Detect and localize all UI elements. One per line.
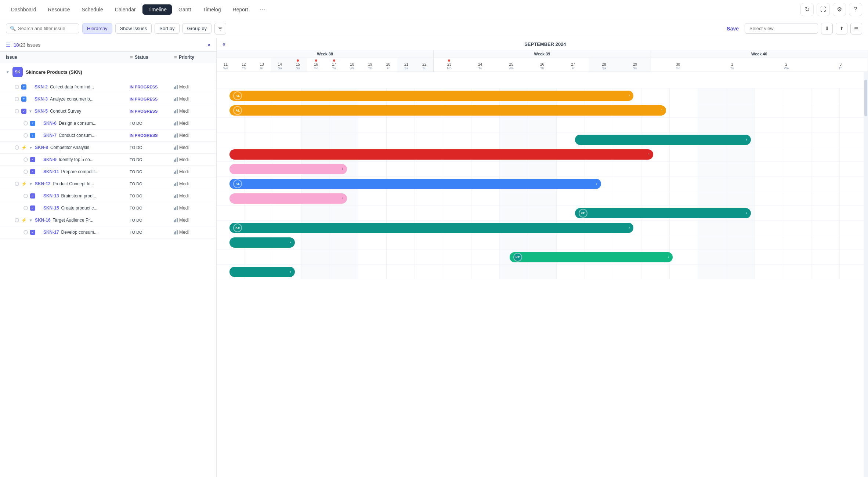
check-icon: ✓ xyxy=(30,157,35,162)
priority-bars xyxy=(174,85,178,89)
issue-id[interactable]: SKN-11 xyxy=(43,169,59,174)
gantt-prev-arrow[interactable]: « xyxy=(223,41,225,47)
gantt-bar[interactable]: KE› xyxy=(229,223,633,233)
priority-bars xyxy=(174,182,178,186)
issue-id[interactable]: SKN-17 xyxy=(43,230,59,235)
download-icon[interactable]: ⬇ xyxy=(821,23,833,34)
gantt-bar[interactable]: › xyxy=(229,267,294,277)
save-button[interactable]: Save xyxy=(724,26,742,32)
nav-more-button[interactable]: ⋯ xyxy=(256,4,269,15)
issue-id[interactable]: SKN-5 xyxy=(35,109,48,114)
chevron-icon[interactable]: ▼ xyxy=(29,109,32,113)
nav-gantt[interactable]: Gantt xyxy=(173,4,196,15)
issue-title: Prepare competit... xyxy=(61,169,98,174)
issue-cell: T ▼ SKN-3 Analyze consumer b... xyxy=(6,97,130,102)
search-input[interactable] xyxy=(18,26,75,31)
chevron-icon[interactable]: ▼ xyxy=(29,182,33,186)
select-view-input[interactable] xyxy=(745,23,818,34)
nav-schedule[interactable]: Schedule xyxy=(76,4,108,15)
nav-timelog[interactable]: Timelog xyxy=(198,4,226,15)
chevron-icon[interactable]: ▼ xyxy=(29,218,33,222)
upload-icon[interactable]: ⬆ xyxy=(836,23,847,34)
priority-label: Medi xyxy=(179,169,189,174)
day-num: 1 xyxy=(706,62,759,66)
day-col: 29 Su xyxy=(619,58,650,72)
gantt-bar[interactable]: › xyxy=(229,149,653,160)
issue-cell: ✓ ▼ SKN-5 Conduct Survey xyxy=(6,109,130,114)
gantt-bar[interactable]: KE› xyxy=(510,252,673,262)
issue-title: Create product c... xyxy=(61,205,98,211)
fullscreen-icon[interactable]: ⛶ xyxy=(817,3,830,16)
avatar: KE xyxy=(513,253,522,262)
nav-resource[interactable]: Resource xyxy=(43,4,75,15)
issue-id[interactable]: SKN-15 xyxy=(43,205,59,211)
day-col: 23 Mo xyxy=(434,58,464,72)
priority-label: Medi xyxy=(179,181,189,186)
bar-arrow: › xyxy=(342,167,343,171)
show-issues-button[interactable]: Show Issues xyxy=(115,23,152,34)
day-num: 11 xyxy=(217,62,234,66)
day-num: 30 xyxy=(652,62,705,66)
day-name: Tu xyxy=(466,66,495,70)
issue-id[interactable]: SKN-12 xyxy=(35,181,51,186)
avatar: AL xyxy=(233,106,242,115)
gantt-bar[interactable]: AL› xyxy=(229,179,601,189)
issue-id[interactable]: SKN-3 xyxy=(35,97,48,102)
view-options-icon[interactable] xyxy=(850,23,862,34)
issue-circle xyxy=(15,97,19,101)
gantt-bar[interactable]: AL› xyxy=(229,105,666,116)
expand-icon[interactable]: » xyxy=(207,42,210,48)
issue-id[interactable]: SKN-16 xyxy=(35,218,51,223)
group-by-button[interactable]: Group by xyxy=(182,23,211,34)
day-col: 25 We xyxy=(496,58,527,72)
bar-arrow: › xyxy=(668,255,669,259)
issue-id[interactable]: SKN-6 xyxy=(43,121,57,126)
lightning-icon: ⚡ xyxy=(21,218,27,223)
issue-cell: ✓ ▼ SKN-15 Create product c... xyxy=(6,205,130,211)
nav-report[interactable]: Report xyxy=(228,4,253,15)
sort-by-button[interactable]: Sort by xyxy=(155,23,179,34)
issue-id[interactable]: SKN-13 xyxy=(43,193,59,199)
gantt-issue-row: › xyxy=(217,191,868,206)
nav-dashboard[interactable]: Dashboard xyxy=(6,4,41,15)
hierarchy-button[interactable]: Hierarchy xyxy=(82,23,112,34)
gantt-issue-row: › xyxy=(217,132,868,147)
nav-timeline[interactable]: Timeline xyxy=(142,4,172,15)
day-num: 14 xyxy=(272,62,288,66)
table-header: Issue Status Priority xyxy=(0,52,216,63)
group-chevron[interactable]: ▼ xyxy=(6,70,10,74)
issue-id[interactable]: SKN-2 xyxy=(35,84,48,90)
chevron-icon[interactable]: ▼ xyxy=(29,146,33,150)
day-name: Fr xyxy=(253,66,270,70)
day-num: 12 xyxy=(235,62,252,66)
issues-header: ☰ 18/23 issues » xyxy=(0,38,216,52)
priority-bars xyxy=(174,133,178,138)
search-box[interactable]: 🔍 xyxy=(6,23,79,33)
priority-bars xyxy=(174,121,178,125)
bar-arrow: › xyxy=(648,152,649,156)
refresh-icon[interactable]: ↻ xyxy=(800,3,814,16)
issue-circle xyxy=(23,133,28,138)
issue-id[interactable]: SKN-8 xyxy=(35,145,48,150)
gantt-bar[interactable]: › xyxy=(229,237,294,248)
nav-calendar[interactable]: Calendar xyxy=(110,4,141,15)
issue-id[interactable]: SKN-9 xyxy=(43,157,57,162)
gantt-bar[interactable]: › xyxy=(575,135,751,145)
day-col: 11 We xyxy=(217,58,235,72)
help-icon[interactable]: ? xyxy=(849,3,862,16)
filter-icon-button[interactable] xyxy=(214,23,226,34)
gantt-month-label: SEPTEMBER 2024 xyxy=(228,41,862,47)
issue-title: Conduct consum... xyxy=(59,133,95,138)
day-col: 13 Fr xyxy=(253,58,271,72)
gantt-bar[interactable]: KE› xyxy=(575,208,751,218)
issue-circle xyxy=(15,109,19,113)
issue-id[interactable]: SKN-7 xyxy=(43,133,57,138)
priority-label: Medi xyxy=(179,205,189,211)
gantt-bar[interactable]: › xyxy=(229,193,347,204)
gantt-bar[interactable]: AL› xyxy=(229,91,633,101)
priority-bars xyxy=(174,157,178,162)
settings-icon[interactable]: ⚙ xyxy=(833,3,846,16)
status-badge: TO DO xyxy=(130,181,174,187)
priority-cell: Medi xyxy=(174,193,210,199)
gantt-bar[interactable]: › xyxy=(229,164,347,174)
